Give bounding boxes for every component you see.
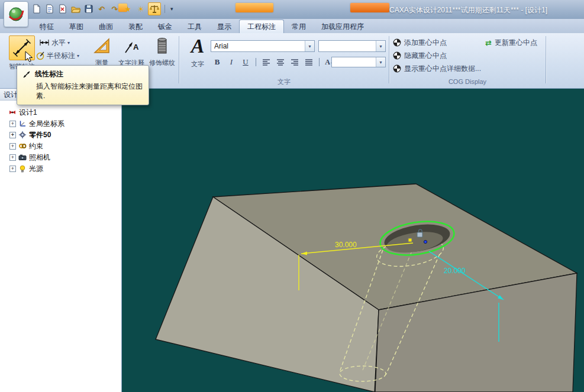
bold-button[interactable]: B — [211, 56, 224, 69]
render-button[interactable]: ☀ — [135, 3, 147, 15]
tab-tools[interactable]: 工具 — [180, 20, 209, 33]
tree-item-constraints[interactable]: + 约束 — [9, 141, 43, 151]
tab-annotation[interactable]: 工程标注 — [239, 20, 284, 33]
cosmetic-thread-button[interactable]: 修饰螺纹 — [147, 35, 178, 67]
save-button[interactable] — [83, 3, 95, 15]
tree-item-label: 光源 — [29, 164, 43, 174]
combo-arrow-button[interactable]: ▾ — [376, 41, 385, 51]
axes-icon — [18, 119, 27, 128]
chevron-down-icon: ▾ — [67, 40, 70, 46]
big-a-icon: A — [191, 36, 205, 56]
measure-tool-button[interactable] — [148, 2, 161, 15]
titlebar-artifact — [350, 3, 389, 12]
tree-item-label: 零件50 — [29, 130, 51, 140]
tab-display[interactable]: 显示 — [209, 20, 239, 33]
tab-feature[interactable]: 特征 — [32, 20, 62, 33]
ribbon-tab-bar: 特征 草图 曲面 装配 钣金 工具 显示 工程标注 常用 加载应用程序 — [0, 19, 584, 33]
open-button[interactable] — [70, 3, 82, 15]
update-cog-label: 更新重心中点 — [495, 38, 537, 48]
font-family-combo[interactable]: Arial ▾ — [211, 40, 315, 52]
viewport-canvas[interactable]: 30.000 20.000 — [122, 89, 584, 392]
measure-button[interactable]: 测量 — [86, 35, 117, 67]
expand-icon[interactable]: + — [9, 154, 16, 161]
new-from-template-button[interactable] — [44, 3, 56, 15]
chevron-down-icon: ▾ — [170, 6, 173, 12]
customize-qat-dropdown[interactable]: ▾ — [169, 5, 175, 13]
new-document-button[interactable] — [31, 3, 43, 15]
titlebar: ↶ ↷ ★ ☀ ▾ CA — [0, 0, 584, 19]
tab-surface[interactable]: 曲面 — [91, 20, 121, 33]
template-document-icon — [44, 4, 55, 14]
font-style-combo[interactable]: ▾ — [318, 40, 386, 52]
tab-sheetmetal[interactable]: 钣金 — [150, 20, 180, 33]
design-icon — [8, 108, 17, 116]
tab-sketch[interactable]: 草图 — [62, 20, 91, 33]
app-logo-button[interactable] — [4, 1, 28, 27]
tab-assembly[interactable]: 装配 — [121, 20, 150, 33]
chevron-down-icon: ▾ — [379, 60, 382, 65]
hide-cog-button[interactable]: 隐藏重心中点 — [393, 50, 447, 61]
tree-item-label: 全局坐标系 — [29, 119, 64, 129]
tooltip-body: 插入智能标注来测量距离和定位图素. — [36, 82, 144, 101]
radius-dimension-icon — [36, 51, 45, 60]
titlebar-artifact — [235, 3, 273, 12]
cosmetic-thread-label: 修饰螺纹 — [147, 59, 178, 67]
cog-details-label: 显示重心中点详细数据... — [404, 64, 481, 74]
tree-item-design[interactable]: 设计1 — [8, 108, 37, 117]
text-annotation-icon: A — [122, 37, 140, 55]
text-annotation-button[interactable]: A 文字注释 — [116, 35, 147, 67]
tab-addins[interactable]: 加载应用程序 — [314, 20, 372, 33]
align-right-button[interactable] — [288, 56, 301, 69]
measure-triangle-icon — [93, 37, 111, 55]
tooltip: 线性标注 插入智能标注来测量距离和定位图素. — [17, 65, 149, 105]
update-cog-button[interactable]: ⇄ 更新重心中点 — [485, 37, 537, 48]
group-separator — [389, 36, 389, 83]
align-left-icon — [262, 59, 270, 66]
align-center-icon — [276, 59, 285, 66]
redo-icon: ↷ — [112, 5, 118, 13]
underline-button[interactable]: U — [239, 56, 252, 69]
combo-arrow-button[interactable]: ▾ — [376, 57, 385, 67]
add-cog-label: 添加重心中点 — [404, 38, 447, 48]
favorite-button[interactable]: ★ — [122, 3, 134, 15]
radius-dimension-button[interactable]: 半径标注 ▾ — [36, 50, 79, 61]
close-document-icon — [57, 4, 68, 14]
expand-icon[interactable]: + — [9, 121, 16, 127]
align-justify-button[interactable] — [302, 56, 315, 69]
tab-common[interactable]: 常用 — [284, 20, 314, 33]
viewport-3d[interactable]: 30.000 20.000 — [122, 89, 584, 392]
group-separator — [546, 36, 546, 83]
design-tree-panel: 设计树 设计1 + 全局坐标系 + — [0, 89, 122, 392]
expand-icon[interactable]: + — [9, 143, 16, 150]
align-center-button[interactable] — [274, 56, 287, 69]
font-size-combo[interactable]: ▾ — [331, 57, 386, 67]
italic-button[interactable]: I — [225, 56, 238, 69]
cog-group-label: COG Display — [391, 77, 544, 86]
camera-icon — [18, 153, 27, 161]
horizontal-dimension-button[interactable]: 水平 ▾ — [39, 37, 70, 48]
tree-item-label: 照相机 — [29, 153, 50, 163]
tree-item-coordsys[interactable]: + 全局坐标系 — [9, 119, 64, 128]
grow-font-icon: A — [325, 58, 330, 67]
text-tool-button[interactable]: A 文字 — [182, 34, 213, 69]
light-icon — [18, 164, 27, 173]
tree-item-part50[interactable]: + 零件50 — [9, 130, 51, 140]
align-left-button[interactable] — [260, 56, 273, 69]
save-icon — [83, 4, 94, 14]
horizontal-dimension-icon — [39, 39, 50, 46]
chevron-down-icon: ▾ — [308, 44, 311, 49]
underline-icon: U — [243, 57, 248, 67]
expand-icon[interactable]: + — [9, 132, 16, 138]
add-cog-button[interactable]: 添加重心中点 — [393, 37, 447, 48]
point-marker[interactable] — [424, 240, 427, 243]
cog-symbol-icon — [393, 51, 401, 60]
open-folder-icon — [70, 4, 81, 14]
undo-button[interactable]: ↶ — [96, 3, 108, 15]
tree-item-camera[interactable]: + 照相机 — [9, 153, 50, 162]
cog-details-button[interactable]: 显示重心中点详细数据... — [393, 63, 481, 74]
combo-arrow-button[interactable]: ▾ — [305, 41, 314, 51]
expand-icon[interactable]: + — [9, 166, 16, 172]
tree-item-light[interactable]: + 光源 — [9, 164, 43, 173]
redo-button[interactable]: ↷ — [109, 3, 121, 15]
close-document-button[interactable] — [57, 3, 69, 15]
